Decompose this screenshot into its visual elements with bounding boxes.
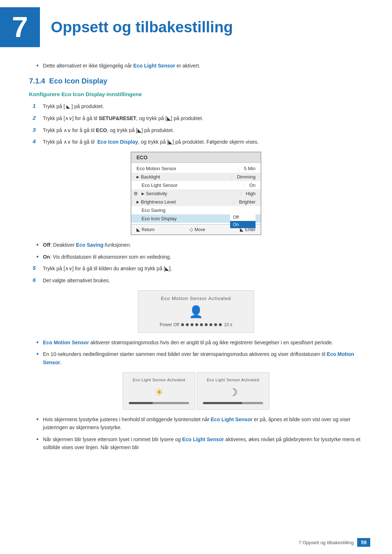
intro-bullet-text: Dette alternativet er ikke tilgjengelig … xyxy=(43,62,200,70)
eco-row-sensitivity: ⚙ ▶ Sensitivity : High xyxy=(131,189,261,198)
bullet-icon-off: • xyxy=(36,241,38,249)
bullet-icon-on: • xyxy=(36,253,38,261)
intro-bullet: • Dette alternativet er ikke tilgjengeli… xyxy=(36,62,363,70)
light-sensor-images: Eco Light Sensor Activated ☀ Eco Light S… xyxy=(29,372,363,410)
dot-8 xyxy=(214,323,217,326)
step-1: 1 Trykk på [ ◣ ] på produktet. xyxy=(33,102,363,111)
bullet-icon: • xyxy=(36,62,38,70)
eco-row-brightness: ▶ Brightness Level : Brighter xyxy=(131,198,261,206)
sun-slider-fill xyxy=(129,402,153,404)
sub-heading: Konfigurere Eco Icon Display-innstilling… xyxy=(29,91,363,97)
sun-icon: ☀ xyxy=(129,386,189,398)
bullet-icon-l1: • xyxy=(36,416,38,423)
return-icon: ◣ xyxy=(136,227,140,232)
step-3: 3 Trykk på ∧∨ for å gå til ECO, og trykk… xyxy=(33,126,363,134)
eco-menu-box: ECO Eco Motion Sensor : 5 Min ▶ Backligh… xyxy=(131,152,261,235)
dot-6 xyxy=(205,323,208,326)
moon-slider-bar xyxy=(203,402,263,404)
motion-sensor-box: Eco Motion Sensor Activated 👤 Power Off … xyxy=(138,290,254,333)
dot-1 xyxy=(181,323,184,326)
page-footer: 7 Oppsett og tilbakestilling 59 xyxy=(299,538,370,547)
eco-row-eco-saving: Eco Saving xyxy=(131,206,261,214)
move-icon: ◇ xyxy=(189,227,193,232)
light-box-moon-title: Eco Light Sensor Activated xyxy=(203,378,263,382)
step-4: 4 Trykk på ∧∨ for å gå til Eco Icon Disp… xyxy=(33,138,363,146)
step-6: 6 Det valgte alternativet brukes. xyxy=(33,276,363,284)
person-icon: 👤 xyxy=(146,305,246,319)
bullet-icon-m1: • xyxy=(36,339,38,346)
gear-icon: ⚙ xyxy=(134,191,138,196)
footer-page-number: 59 xyxy=(357,538,370,547)
step-2: 2 Trykk på [∧∨] for å gå til SETUP&RESET… xyxy=(33,114,363,122)
eco-row-icon-display: Eco Icon Display : Off On xyxy=(131,214,261,223)
motion-sensor-image-container: Eco Motion Sensor Activated 👤 Power Off … xyxy=(29,290,363,333)
page-header: 7 Oppsett og tilbakestilling xyxy=(0,0,392,54)
dot-7 xyxy=(209,323,212,326)
eco-row-motion-sensor: Eco Motion Sensor : 5 Min xyxy=(131,164,261,173)
step-5: 5 Trykk på [∧∨] for å gå til kilden du ø… xyxy=(33,264,363,272)
bullet-light-1: • Hvis skjermens lysstyrke justeres i he… xyxy=(36,415,363,432)
eco-menu-title: ECO xyxy=(131,152,261,163)
section-heading: 7.1.4 Eco Icon Display xyxy=(29,77,363,85)
eco-row-backlight: ▶ Backlight : Dimming xyxy=(131,173,261,181)
dot-3 xyxy=(191,323,193,326)
motion-sensor-title: Eco Motion Sensor Activated xyxy=(146,296,246,301)
dropdown-on: On xyxy=(230,221,256,228)
dot-4 xyxy=(195,323,198,326)
bullet-motion-1: • Eco Motion Sensor aktiverer strømspari… xyxy=(36,338,363,346)
eco-row-light-sensor: Eco Light Sensor : On xyxy=(131,181,261,189)
dot-5 xyxy=(200,323,203,326)
bullet-off: • Off: Deaktiver Eco Saving-funksjonen. xyxy=(36,241,363,249)
dropdown-off: Off xyxy=(230,214,256,221)
eco-menu-rows: Eco Motion Sensor : 5 Min ▶ Backlight : … xyxy=(131,163,261,224)
bullet-icon-l2: • xyxy=(36,436,38,443)
light-box-sun-title: Eco Light Sensor Activated xyxy=(129,378,189,382)
dot-2 xyxy=(186,323,189,326)
dot-9 xyxy=(219,323,222,326)
footer-move: ◇ Move xyxy=(189,227,205,232)
bullet-motion-2: • En 10-sekunders nedtellingstimer start… xyxy=(36,350,363,366)
moon-slider-fill xyxy=(203,402,242,404)
chapter-number: 7 xyxy=(12,11,28,44)
dot-bar xyxy=(181,323,222,326)
page-title: Oppsett og tilbakestilling xyxy=(51,19,233,36)
content-area: • Dette alternativet er ikke tilgjengeli… xyxy=(0,62,392,477)
footer-return: ◣ Return xyxy=(136,227,155,232)
bullet-on: • On: Vis driftsstatusen til økosensoren… xyxy=(36,253,363,261)
footer-chapter-text: 7 Oppsett og tilbakestilling xyxy=(299,540,354,545)
bullet-icon-m2: • xyxy=(36,350,38,358)
bullet-light-2: • Når skjermen blir lysere ettersom lyse… xyxy=(36,435,363,452)
light-box-sun: Eco Light Sensor Activated ☀ xyxy=(123,372,195,410)
moon-icon: ☽ xyxy=(203,386,263,398)
eco-dropdown: Off On xyxy=(230,214,256,228)
sun-slider-bar xyxy=(129,402,189,404)
eco-menu-screenshot: ECO Eco Motion Sensor : 5 Min ▶ Backligh… xyxy=(29,152,363,235)
light-box-moon: Eco Light Sensor Activated ☽ xyxy=(197,372,269,410)
motion-sensor-bar: Power Off 10 s xyxy=(146,322,246,327)
chapter-number-box: 7 xyxy=(0,7,40,47)
